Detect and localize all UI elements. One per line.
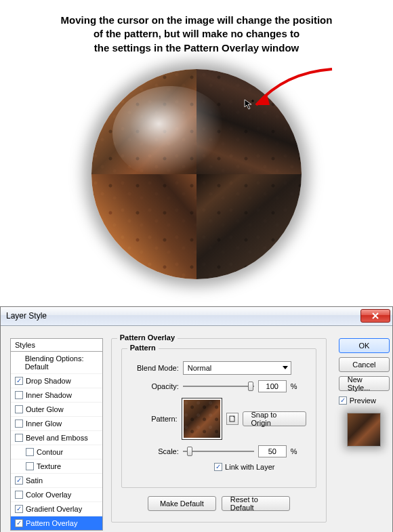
ok-button[interactable]: OK [339, 338, 390, 353]
style-checkbox[interactable] [15, 434, 23, 442]
style-row-color-overlay[interactable]: Color Overlay [11, 488, 102, 502]
blend-mode-select[interactable]: Normal [183, 361, 291, 375]
close-button[interactable] [360, 309, 390, 323]
opacity-slider[interactable] [183, 381, 254, 392]
close-icon [371, 312, 379, 320]
pattern-picker-button[interactable] [226, 413, 239, 425]
pattern-overlay-section: Pattern Overlay Pattern Blend Mode: Norm… [111, 338, 327, 523]
style-checkbox[interactable]: ✓ [15, 377, 23, 385]
caption-line1: Moving the cursor on the image will chan… [61, 14, 333, 26]
style-row-pattern-overlay[interactable]: ✓Pattern Overlay [11, 516, 102, 530]
titlebar[interactable]: Layer Style [1, 307, 392, 326]
pattern-group: Pattern Blend Mode: Normal Opacity: [121, 348, 316, 488]
group-title: Pattern [127, 344, 159, 352]
style-label: Outer Glow [26, 405, 64, 413]
style-row-outer-glow[interactable]: Outer Glow [11, 403, 102, 417]
new-style-button[interactable]: New Style... [339, 376, 390, 391]
instruction-caption: Moving the cursor on the image will chan… [0, 14, 393, 59]
style-label: Gradient Overlay [26, 505, 82, 513]
scale-label: Scale: [131, 447, 179, 455]
style-checkbox[interactable]: ✓ [15, 476, 23, 485]
style-checkbox[interactable] [15, 420, 23, 428]
chevron-down-icon [283, 366, 288, 369]
style-checkbox[interactable] [26, 462, 34, 470]
style-checkbox[interactable] [15, 391, 23, 399]
link-with-layer-label: Link with Layer [225, 463, 274, 471]
style-row-satin[interactable]: ✓Satin [11, 474, 102, 488]
styles-header[interactable]: Styles [10, 338, 103, 352]
style-checkbox[interactable]: ✓ [15, 505, 23, 513]
style-label: Satin [26, 476, 43, 485]
opacity-label: Opacity: [131, 382, 179, 390]
style-label: Color Overlay [26, 491, 71, 499]
style-label: Blending Options: Default [25, 354, 98, 371]
new-doc-icon [229, 415, 236, 422]
scale-slider[interactable] [183, 446, 254, 457]
style-row-blending-options-default[interactable]: Blending Options: Default [11, 352, 102, 374]
opacity-unit: % [291, 382, 297, 390]
scale-input[interactable]: 50 [258, 445, 287, 457]
style-row-drop-shadow[interactable]: ✓Drop Shadow [11, 374, 102, 388]
style-label: Texture [37, 462, 61, 470]
style-row-texture[interactable]: Texture [11, 459, 102, 474]
blend-mode-value: Normal [188, 364, 211, 372]
preview-label: Preview [350, 396, 376, 405]
scale-unit: % [291, 447, 297, 455]
style-checkbox[interactable] [15, 405, 23, 413]
blend-mode-label: Blend Mode: [131, 364, 179, 372]
pattern-label: Pattern: [131, 415, 178, 423]
caption-line3: the settings in the Pattern Overlay wind… [94, 42, 299, 54]
cancel-button[interactable]: Cancel [339, 357, 390, 372]
reset-to-default-button[interactable]: Reset to Default [222, 496, 290, 511]
dialog-title: Layer Style [6, 311, 47, 321]
style-row-inner-glow[interactable]: Inner Glow [11, 417, 102, 431]
snap-to-origin-button[interactable]: Snap to Origin [243, 411, 306, 426]
style-checkbox[interactable] [15, 491, 23, 499]
link-with-layer-checkbox[interactable]: ✓ [214, 463, 222, 471]
preview-image[interactable] [81, 69, 312, 300]
style-label: Bevel and Emboss [26, 434, 88, 442]
styles-list: Blending Options: Default✓Drop ShadowInn… [10, 352, 103, 531]
section-title: Pattern Overlay [117, 333, 178, 342]
style-label: Drop Shadow [26, 377, 71, 385]
style-row-gradient-overlay[interactable]: ✓Gradient Overlay [11, 502, 102, 516]
opacity-input[interactable]: 100 [258, 380, 287, 392]
style-label: Pattern Overlay [26, 519, 77, 527]
make-default-button[interactable]: Make Default [148, 496, 216, 511]
preview-thumbnail [347, 413, 381, 447]
caption-line2: of the pattern, but will make no changes… [94, 28, 299, 39]
style-label: Contour [37, 448, 63, 456]
style-row-inner-shadow[interactable]: Inner Shadow [11, 388, 102, 403]
style-checkbox[interactable] [26, 448, 34, 456]
style-row-contour[interactable]: Contour [11, 445, 102, 459]
pattern-swatch[interactable] [182, 398, 222, 440]
preview-checkbox[interactable]: ✓ [339, 396, 347, 405]
style-label: Inner Glow [26, 420, 62, 428]
style-label: Inner Shadow [26, 391, 72, 399]
style-row-bevel-and-emboss[interactable]: Bevel and Emboss [11, 431, 102, 445]
style-checkbox[interactable]: ✓ [15, 519, 23, 527]
layer-style-dialog: Layer Style Styles Blending Options: Def… [0, 306, 393, 532]
